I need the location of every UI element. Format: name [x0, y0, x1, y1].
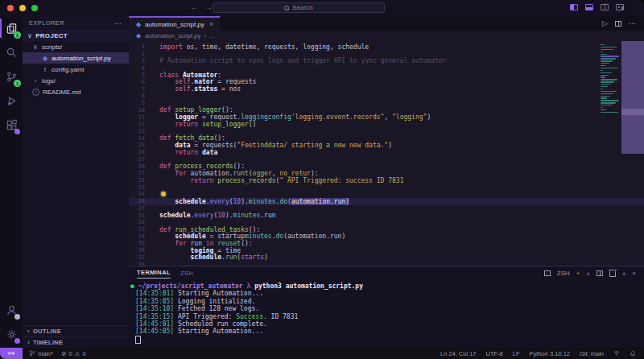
remote-indicator[interactable]: >< [0, 348, 23, 359]
settings-button[interactable] [0, 322, 23, 346]
run-file-icon[interactable]: ▷ [602, 19, 608, 27]
code-line-7[interactable]: 7 self.status = nos [129, 85, 644, 93]
code-line-14[interactable]: 14def fetch_data(): [129, 134, 644, 142]
tree-item-automation-script-py[interactable]: ◆automation_script.py [23, 52, 129, 64]
tree-item-config-yaml[interactable]: !config.yaml [23, 64, 129, 75]
code-line-33[interactable]: 33def run_scheduled_tasks(): [129, 226, 644, 233]
code-line-3[interactable]: 3# Automation script to sync logs and tr… [129, 57, 644, 64]
editor-more-actions-icon[interactable]: ⋯ [629, 19, 636, 27]
terminal-panel: TERMINAL ZSH › ZSH + ∨ ∧ × ● ~/projects/… [129, 266, 644, 348]
code-line-23[interactable]: 23 [129, 184, 644, 191]
code-line-20[interactable]: 20def process_records(): [129, 163, 644, 170]
tree-item-readme-md[interactable]: iREADME.md [23, 86, 129, 97]
code-line-31[interactable]: 31schedule.every(10).minutes.run [129, 212, 644, 219]
global-search-input[interactable]: Search [213, 2, 385, 13]
status-bar: >< main* ⊘ 0 ⚠ 0 Ln 24, Col 17UTF-8LFPyt… [0, 348, 644, 359]
settings-badge [14, 338, 20, 344]
activity-source-control-button[interactable]: 1 [0, 64, 23, 89]
code-line-8[interactable]: 8 [129, 93, 644, 100]
activity-extensions-button[interactable] [0, 113, 23, 137]
minimize-window-button[interactable] [19, 5, 26, 11]
chevron-down-icon: ∨ [27, 32, 32, 39]
tab-zsh[interactable]: ZSH [180, 270, 193, 277]
activity-explorer-button[interactable]: 1 [0, 16, 23, 40]
code-line-4[interactable]: 4 [129, 64, 644, 72]
code-line-27[interactable]: 27 [129, 205, 644, 213]
problems-status[interactable]: ⊘ 0 ⚠ 0 [61, 350, 85, 357]
editor-scrollbar[interactable] [621, 41, 644, 154]
close-panel-icon[interactable]: × [632, 270, 636, 277]
code-line-32[interactable]: 32 [129, 219, 644, 226]
code-line-9[interactable]: 9 [129, 100, 644, 107]
extensions-badge [14, 129, 20, 134]
code-line-11[interactable]: 11 logger = request.loggingconfig'loggin… [129, 113, 644, 121]
code-line-34[interactable]: 34 schedule = startupminutes.do(automati… [129, 233, 644, 240]
sidebar-more-actions-icon[interactable]: ⋯ [114, 19, 122, 27]
status-item[interactable]: Python 3.10.12 [530, 350, 570, 357]
token-tt: ID 7831 [267, 313, 299, 320]
code-line-12[interactable]: 12 return setup_logger() [129, 121, 644, 128]
code-line-5[interactable]: 5class Automator: [129, 72, 644, 79]
file-tree: ∨scripts/◆automation_script.py!config.ya… [23, 41, 129, 97]
code-line-21[interactable]: 21 for automation.runt(ogger, no_retur): [129, 170, 644, 177]
code-line-13[interactable]: 13 [129, 128, 644, 135]
code-line-2[interactable]: 2 [129, 51, 644, 58]
status-item[interactable]: Ln 24, Col 17 [440, 350, 477, 357]
tree-item-logs-[interactable]: ›logs/ [23, 75, 129, 86]
branch-status[interactable]: main* [29, 350, 53, 357]
tab-terminal[interactable]: TERMINAL [137, 269, 171, 279]
toggle-sidebar-icon[interactable] [570, 4, 578, 10]
timeline-section-header[interactable]: › TIMELINE [23, 336, 129, 348]
terminal-lines[interactable]: ● ~/projects/script_automator λ python3 … [129, 280, 644, 343]
code-line-22[interactable]: 22 return process_records(" API Triggere… [129, 177, 644, 184]
code-line-6[interactable]: 6 self.nator = requests [129, 79, 644, 86]
kill-terminal-icon[interactable] [609, 271, 616, 277]
history-back-button[interactable]: ← [190, 2, 198, 11]
traffic-lights [7, 5, 38, 11]
terminal-profile-chevron-icon[interactable]: ∨ [587, 270, 590, 276]
code-editor[interactable]: 1import os, time, datetime, requests, lo… [129, 41, 644, 266]
customize-layout-icon[interactable] [616, 4, 624, 10]
terminal-line: [14:35:05] Logging initialized. [129, 298, 644, 305]
outline-section-header[interactable]: › OUTLINE [23, 325, 129, 336]
minimap[interactable] [601, 44, 621, 113]
code-line-15[interactable]: 15 data = requests("Feetinddata/ startin… [129, 142, 644, 149]
status-item[interactable]: UTF-8 [486, 350, 503, 357]
split-terminal-icon[interactable] [597, 270, 603, 276]
code-line-37[interactable]: 37 schedule.run(starts) [129, 254, 644, 262]
token-tt: Scheduled run complete. [174, 320, 267, 328]
code-line-16[interactable]: 16 return data [129, 149, 644, 156]
code-line-10[interactable]: 10def setup_logger(): [129, 106, 644, 113]
activity-search-button[interactable] [0, 40, 23, 64]
close-window-button[interactable] [7, 5, 14, 11]
code-line-35[interactable]: 35 for run in reuset(): [129, 240, 644, 247]
tab-automation-script[interactable]: ◆ automation_script.py × [129, 16, 221, 31]
project-section-header[interactable]: ∨ PROJECT [23, 30, 129, 41]
code-line-26[interactable]: 26 schedule.every(10).minutes.do(automat… [129, 198, 644, 205]
activity-run-debug-button[interactable] [0, 89, 23, 113]
code-line-24[interactable]: 24 [129, 191, 644, 198]
new-terminal-icon[interactable]: + [576, 270, 580, 277]
code-line-1[interactable]: 1import os, time, datetime, requests, lo… [129, 43, 644, 51]
terminal-profile-label[interactable]: ZSH [557, 270, 570, 277]
status-item[interactable]: Git: main [580, 350, 604, 357]
zoom-window-button[interactable] [31, 5, 38, 11]
toggle-panel-icon[interactable] [585, 4, 593, 10]
tree-item-scripts-[interactable]: ∨scripts/ [23, 41, 129, 52]
split-layout-icon[interactable] [601, 4, 609, 10]
warning-count: 0 [82, 350, 85, 357]
maximize-panel-icon[interactable]: ∧ [622, 270, 625, 276]
minimap-line [601, 93, 613, 94]
token-tx: (): [233, 163, 245, 170]
history-forward-button[interactable]: → [204, 2, 213, 11]
code-line-17[interactable]: 17 [129, 156, 644, 163]
code-line-36[interactable]: 36 toging = time [129, 247, 644, 254]
status-item[interactable]: LF [513, 350, 520, 357]
breadcrumb[interactable]: ◆ automation_script.py › … [129, 31, 644, 41]
split-editor-icon[interactable] [615, 21, 621, 27]
close-tab-icon[interactable]: × [209, 20, 213, 28]
token-tm: [14:45:01] [135, 320, 174, 328]
account-button[interactable] [0, 298, 23, 322]
token-bd: logger [175, 113, 198, 121]
token-sel: automation.run) [291, 198, 349, 205]
